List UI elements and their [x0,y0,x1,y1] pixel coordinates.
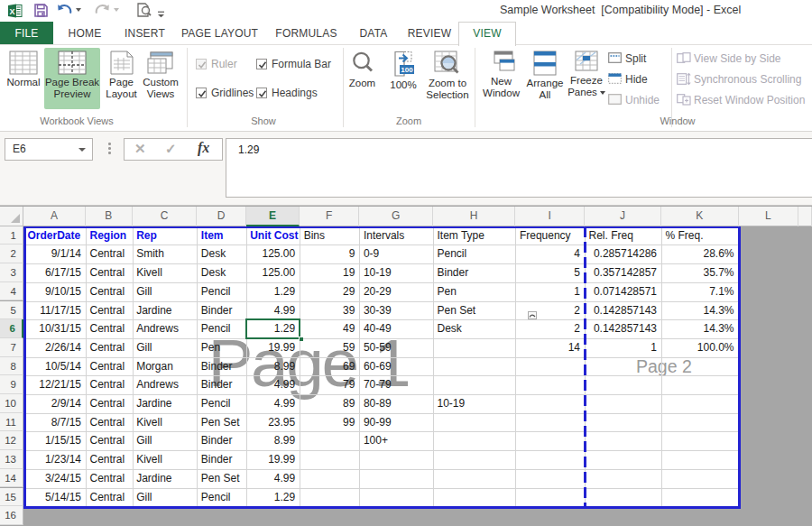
cell-B12[interactable]: Central [87,431,132,450]
cell-I4[interactable]: 1 [516,282,584,301]
cell-A9[interactable]: 12/21/15 [24,375,85,394]
row-header-2[interactable]: 2 [0,245,23,263]
cell-B7[interactable]: Central [87,338,132,357]
column-header-k[interactable]: K [661,207,739,226]
cell-E10[interactable]: 4.99 [247,394,300,413]
enter-icon[interactable]: ✓ [165,141,177,157]
tab-insert[interactable]: INSERT [125,22,164,45]
cell-C10[interactable]: Jardine [134,394,197,413]
cell-C7[interactable]: Gill [134,338,197,357]
zoom-to-selection-button[interactable]: Zoom to Selection [422,48,473,109]
cell-H3[interactable]: Binder [434,263,514,282]
cell-C9[interactable]: Andrews [134,375,197,394]
cell-E1[interactable]: Unit Cost [247,226,300,245]
formula-bar-checkbox[interactable] [256,59,267,69]
cell-F9[interactable]: 79 [300,375,358,394]
undo-button[interactable] [57,4,72,20]
ruler-checkbox[interactable] [196,59,207,69]
cell-D10[interactable]: Pencil [198,394,245,413]
cell-J6[interactable]: 0.142857143 [586,319,660,338]
row-header-5[interactable]: 5 [0,301,23,320]
cell-G5[interactable]: 30-39 [360,301,432,320]
cell-B2[interactable]: Central [87,245,132,263]
select-all-corner[interactable] [0,207,23,226]
customize-quick-access-toolbar-icon[interactable] [157,6,165,23]
cell-J1[interactable]: Rel. Freq [586,226,660,245]
cell-G2[interactable]: 0-9 [360,245,432,263]
cell-B9[interactable]: Central [87,375,132,394]
cell-A4[interactable]: 9/10/15 [24,282,85,301]
gridlines-checkbox[interactable] [196,88,207,98]
cell-B15[interactable]: Central [87,488,132,507]
cell-F5[interactable]: 39 [300,301,358,320]
print-preview-button[interactable] [136,3,152,19]
cell-object-icon[interactable] [528,311,537,319]
cell-F6[interactable]: 49 [300,319,358,338]
cell-F7[interactable]: 59 [300,338,358,357]
normal-view-button[interactable]: Normal [3,48,44,109]
zoom-100-button[interactable]: 100 100% [384,48,422,109]
selection-fill-handle[interactable] [299,337,303,341]
cell-B10[interactable]: Central [87,394,132,413]
redo-button[interactable] [95,4,110,20]
tab-data[interactable]: DATA [355,22,392,45]
cell-B5[interactable]: Central [87,301,132,320]
cell-E5[interactable]: 4.99 [247,301,300,320]
cell-H6[interactable]: Desk [434,319,514,338]
cell-I6[interactable]: 2 [516,319,584,338]
page-break-preview-button[interactable]: Page Break Preview [44,48,100,109]
cell-E11[interactable]: 23.95 [247,413,300,432]
cell-I7[interactable]: 14 [516,338,584,357]
cell-F2[interactable]: 9 [300,245,358,263]
cell-G3[interactable]: 10-19 [360,263,432,282]
cell-J3[interactable]: 0.357142857 [586,263,660,282]
cell-G7[interactable]: 50-59 [360,338,432,357]
cell-C4[interactable]: Gill [134,282,197,301]
cell-A7[interactable]: 2/26/14 [24,338,85,357]
cell-J5[interactable]: 0.142857143 [586,301,660,320]
column-header-e[interactable]: E [246,207,300,226]
row-header-15[interactable]: 15 [0,488,23,507]
cell-E3[interactable]: 125.00 [247,263,300,282]
cell-C6[interactable]: Andrews [134,319,197,338]
excel-logo-icon[interactable]: X [8,4,23,20]
column-header-m[interactable] [798,207,812,226]
cell-D11[interactable]: Pen Set [198,413,245,432]
cell-A5[interactable]: 11/17/15 [24,301,85,320]
name-box[interactable]: E6 [5,138,93,161]
name-box-dropdown-icon[interactable] [78,148,86,152]
cell-K1[interactable]: % Freq. [662,226,738,245]
cell-F4[interactable]: 29 [300,282,358,301]
cell-H10[interactable]: 10-19 [434,394,514,413]
cell-E15[interactable]: 1.29 [247,488,300,507]
cell-C1[interactable]: Rep [134,226,197,245]
cell-D1[interactable]: Item [198,226,245,245]
cell-A11[interactable]: 8/7/15 [24,413,85,432]
cell-H2[interactable]: Pencil [434,245,514,263]
cell-J2[interactable]: 0.285714286 [586,245,660,263]
cell-B8[interactable]: Central [87,357,132,376]
cell-D13[interactable]: Binder [198,450,245,469]
cell-G6[interactable]: 40-49 [360,319,432,338]
cell-D14[interactable]: Pen Set [198,469,245,488]
cell-D2[interactable]: Desk [198,245,245,263]
column-header-i[interactable]: I [515,207,585,226]
cell-K5[interactable]: 14.3% [662,301,738,320]
cell-F10[interactable]: 89 [300,394,358,413]
cell-K4[interactable]: 7.1% [662,282,738,301]
cell-D12[interactable]: Binder [198,431,245,450]
cell-C8[interactable]: Morgan [134,357,197,376]
row-header-14[interactable]: 14 [0,469,23,488]
cell-A6[interactable]: 10/31/15 [24,319,85,338]
column-header-l[interactable]: L [739,207,799,226]
cell-E4[interactable]: 1.29 [247,282,300,301]
cell-C14[interactable]: Jardine [134,469,197,488]
cell-G8[interactable]: 60-69 [360,357,432,376]
cell-F11[interactable]: 99 [300,413,358,432]
formula-bar-input[interactable]: 1.29 [226,138,812,198]
cell-D15[interactable]: Pencil [198,488,245,507]
tab-page-layout[interactable]: PAGE LAYOUT [181,22,256,45]
arrange-all-button[interactable]: Arrange All [524,48,566,109]
cell-A10[interactable]: 2/9/14 [24,394,85,413]
cell-E13[interactable]: 19.99 [247,450,300,469]
